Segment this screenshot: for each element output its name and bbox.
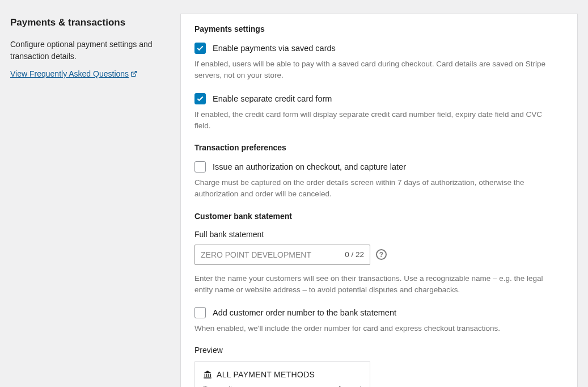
bank-statement-input[interactable]: ZERO POINT DEVELOPMENT 0 / 22 (194, 245, 370, 265)
check-icon (196, 44, 204, 52)
check-icon (196, 95, 204, 103)
preview-col-transaction: Transaction (203, 385, 337, 387)
enable-saved-cards-checkbox[interactable] (194, 43, 206, 54)
page-description: Configure optional payment settings and … (10, 39, 164, 62)
bank-statement-placeholder: ZERO POINT DEVELOPMENT (201, 250, 311, 259)
order-number-help: When enabled, we'll include the order nu… (194, 323, 546, 334)
bank-statement-help: Enter the name your customers will see o… (194, 273, 546, 296)
page-title: Payments & transactions (10, 17, 164, 28)
preview-col-amount: Amount (337, 385, 362, 387)
enable-saved-cards-label[interactable]: Enable payments via saved cards (213, 44, 336, 53)
faq-link-label: View Frequently Asked Questions (10, 69, 129, 78)
auth-capture-checkbox[interactable] (194, 161, 206, 173)
settings-sidebar: Payments & transactions Configure option… (10, 14, 164, 387)
svg-line-0 (133, 71, 137, 75)
auth-capture-help: Charge must be captured on the order det… (194, 177, 546, 200)
order-number-checkbox[interactable] (194, 307, 206, 318)
separate-form-help: If enabled, the credit card form will di… (194, 109, 546, 132)
saved-cards-help: If enabled, users will be able to pay wi… (194, 58, 546, 82)
faq-link[interactable]: View Frequently Asked Questions (10, 69, 137, 78)
preview-card-title: ALL PAYMENT METHODS (217, 370, 315, 379)
external-link-icon (130, 70, 137, 77)
preview-heading: Preview (194, 346, 564, 355)
payments-settings-heading: Payments settings (194, 24, 564, 33)
preview-card: ALL PAYMENT METHODS Transaction Amount Z… (194, 361, 370, 387)
bank-icon (203, 370, 212, 379)
enable-separate-form-checkbox[interactable] (194, 93, 206, 104)
bank-statement-heading: Customer bank statement (194, 212, 564, 221)
full-bank-statement-label: Full bank statement (194, 230, 564, 239)
settings-panel: Payments settings Enable payments via sa… (180, 14, 578, 387)
bank-statement-counter: 0 / 22 (345, 250, 364, 259)
auth-capture-label[interactable]: Issue an authorization on checkout, and … (213, 162, 406, 171)
transaction-prefs-heading: Transaction preferences (194, 143, 564, 152)
order-number-label[interactable]: Add customer order number to the bank st… (213, 308, 396, 317)
enable-separate-form-label[interactable]: Enable separate credit card form (213, 94, 332, 103)
help-icon[interactable]: ? (376, 249, 387, 260)
